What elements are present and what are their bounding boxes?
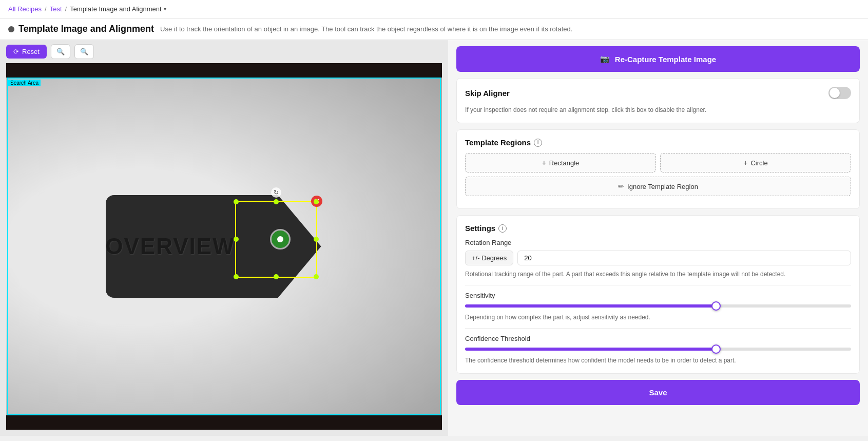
page-header-left: Template Image and Alignment	[8, 24, 154, 34]
breadcrumb-all-recipes[interactable]: All Recipes	[8, 5, 42, 13]
zoom-out-icon: 🔍	[80, 48, 88, 55]
template-regions-header: Template Regions i	[465, 138, 851, 147]
rotation-range-container: Rotation Range +/- Degrees Rotational tr…	[465, 239, 851, 279]
rectangle-plus-icon: +	[542, 159, 546, 167]
rectangle-label: Rectangle	[549, 159, 580, 167]
degrees-input[interactable]	[517, 251, 851, 265]
confidence-threshold-slider[interactable]	[465, 348, 851, 351]
skip-aligner-header: Skip Aligner	[465, 87, 851, 99]
template-regions-section: Template Regions i + Rectangle + Circle …	[456, 129, 860, 209]
status-dot	[8, 26, 14, 32]
skip-aligner-description: If your inspection does not require an a…	[465, 105, 851, 114]
reset-button[interactable]: ⟳ Reset	[6, 45, 47, 59]
reset-label: Reset	[22, 48, 40, 55]
sensitivity-description: Depending on how complex the part is, ad…	[465, 313, 851, 322]
breadcrumb-bar: All Recipes / Test / Template Image and …	[0, 0, 868, 18]
camera-image: Search Area OVERVIEW ↻ ✕	[6, 63, 442, 430]
chevron-down-icon[interactable]: ▾	[164, 6, 166, 12]
toggle-thumb	[830, 88, 840, 98]
selection-handle-ml[interactable]	[234, 237, 239, 242]
selection-handle-bl[interactable]	[234, 274, 239, 279]
sensitivity-slider-row	[465, 304, 851, 308]
skip-aligner-title: Skip Aligner	[465, 89, 510, 98]
page-description: Use it to track the orientation of an ob…	[160, 25, 572, 33]
save-button[interactable]: Save	[456, 380, 860, 405]
tag-text: OVERVIEW	[105, 234, 235, 259]
wand-icon: ✏	[618, 182, 624, 190]
circle-plus-icon: +	[743, 159, 747, 167]
inner-dot	[277, 236, 283, 242]
camera-icon: 📷	[600, 54, 610, 64]
template-regions-title: Template Regions i	[465, 138, 542, 147]
confidence-threshold-description: The confidence threshold determines how …	[465, 356, 851, 365]
rotation-range-label: Rotation Range	[465, 239, 851, 246]
breadcrumb-current: Template Image and Alignment ▾	[70, 5, 166, 13]
page-header: Template Image and Alignment Use it to t…	[0, 18, 868, 40]
confidence-threshold-slider-thumb[interactable]	[711, 344, 721, 354]
selection-handle-tr[interactable]	[314, 199, 319, 204]
selection-handle-br[interactable]	[314, 274, 319, 279]
circle-region-button[interactable]: + Circle	[660, 153, 851, 172]
image-panel: ⟳ Reset 🔍 🔍 Search Area OVERVIEW	[0, 40, 448, 436]
sensitivity-slider-thumb[interactable]	[711, 301, 721, 311]
sensitivity-label: Sensitivity	[465, 292, 851, 299]
image-container: Search Area OVERVIEW ↻ ✕	[6, 63, 442, 430]
settings-title: Settings i	[465, 224, 507, 233]
settings-info-icon[interactable]: i	[498, 224, 507, 233]
degrees-badge: +/- Degrees	[465, 251, 513, 265]
inner-circle	[270, 229, 291, 250]
selection-handle-tl[interactable]	[234, 199, 239, 204]
divider-2	[465, 328, 851, 329]
recapture-button[interactable]: 📷 Re-Capture Template Image	[456, 46, 860, 72]
rotation-range-row: +/- Degrees	[465, 251, 851, 265]
selection-handle-bm[interactable]	[274, 274, 279, 279]
image-bottom-bar	[6, 415, 442, 430]
breadcrumb-test[interactable]: Test	[50, 5, 62, 13]
rectangle-region-button[interactable]: + Rectangle	[465, 153, 656, 172]
image-toolbar: ⟳ Reset 🔍 🔍	[0, 40, 448, 63]
selection-handle-tm[interactable]	[274, 199, 279, 204]
divider-1	[465, 285, 851, 285]
page-title: Template Image and Alignment	[18, 24, 154, 34]
breadcrumb-current-label: Template Image and Alignment	[70, 5, 162, 13]
skip-aligner-section: Skip Aligner If your inspection does not…	[456, 78, 860, 123]
skip-aligner-toggle[interactable]	[828, 87, 851, 99]
sensitivity-slider[interactable]	[465, 304, 851, 308]
ignore-region-button[interactable]: ✏ Ignore Template Region	[465, 177, 851, 196]
save-button-container: Save	[456, 380, 860, 405]
selection-handle-mr[interactable]	[314, 237, 319, 242]
breadcrumb-sep-2: /	[65, 5, 67, 13]
reset-icon: ⟳	[13, 48, 19, 55]
template-regions-grid: + Rectangle + Circle ✏ Ignore Template R…	[465, 153, 851, 196]
settings-header: Settings i	[465, 224, 851, 233]
right-panel: 📷 Re-Capture Template Image Skip Aligner…	[448, 40, 868, 436]
rotation-range-description: Rotational tracking range of the part. A…	[465, 270, 851, 279]
breadcrumb-sep-1: /	[45, 5, 47, 13]
recapture-label: Re-Capture Template Image	[615, 55, 716, 64]
confidence-threshold-label: Confidence Threshold	[465, 335, 851, 342]
confidence-threshold-container: Confidence Threshold The confidence thre…	[465, 335, 851, 365]
main-layout: ⟳ Reset 🔍 🔍 Search Area OVERVIEW	[0, 40, 868, 436]
rotate-handle[interactable]: ↻	[271, 187, 281, 198]
confidence-threshold-slider-row	[465, 348, 851, 351]
selection-box[interactable]: ↻ ✕	[235, 201, 317, 278]
image-top-bar	[6, 63, 442, 78]
circle-label: Circle	[750, 159, 767, 167]
zoom-in-icon: 🔍	[56, 48, 65, 55]
zoom-out-button[interactable]: 🔍	[74, 44, 94, 59]
settings-section: Settings i Rotation Range +/- Degrees Ro…	[456, 215, 860, 374]
zoom-in-button[interactable]: 🔍	[51, 44, 70, 59]
sensitivity-container: Sensitivity Depending on how complex the…	[465, 292, 851, 322]
template-regions-info-icon[interactable]: i	[534, 139, 542, 147]
ignore-label: Ignore Template Region	[627, 183, 698, 190]
